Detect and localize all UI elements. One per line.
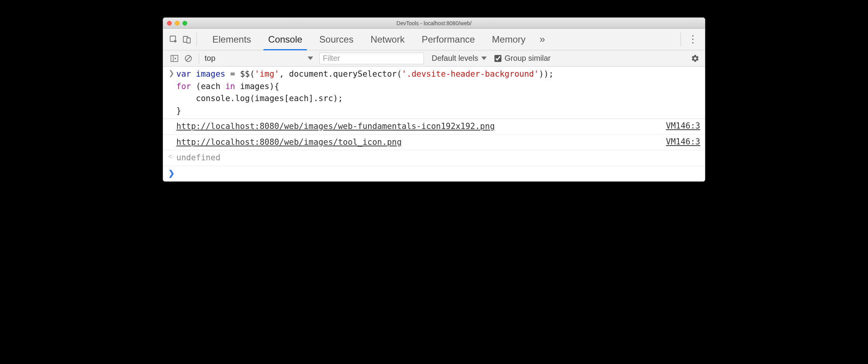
console-output: ❯ var images = $$('img', document.queryS…	[163, 67, 705, 181]
log-levels-selector[interactable]: Default levels	[432, 54, 487, 63]
tab-console[interactable]: Console	[260, 29, 311, 50]
main-tab-strip: Elements Console Sources Network Perform…	[163, 29, 705, 50]
console-input-echo: ❯ var images = $$('img', document.queryS…	[163, 67, 705, 119]
source-location-link[interactable]: VM146:3	[666, 136, 700, 146]
group-similar-checkbox[interactable]	[494, 55, 501, 62]
settings-menu-button[interactable]: ⋮	[683, 33, 703, 45]
devtools-window: DevTools - localhost:8080/web/ Elements …	[163, 17, 705, 182]
tab-network[interactable]: Network	[362, 29, 413, 50]
group-similar-toggle[interactable]: Group similar	[494, 54, 551, 63]
more-tabs-button[interactable]: »	[534, 33, 550, 45]
group-similar-label: Group similar	[505, 54, 551, 63]
logged-url-link[interactable]: http://localhost:8080/web/images/tool_ic…	[176, 137, 402, 147]
input-marker-icon: ❯	[166, 68, 176, 77]
result-value: undefined	[176, 152, 700, 164]
result-marker-icon: <·	[166, 152, 176, 161]
context-label: top	[205, 54, 215, 63]
inspect-element-icon[interactable]	[168, 34, 179, 45]
console-settings-icon[interactable]	[691, 53, 703, 64]
tab-sources[interactable]: Sources	[311, 29, 362, 50]
console-prompt-row[interactable]: ❯	[163, 166, 705, 182]
inspect-tools	[165, 33, 197, 46]
console-result-row: <· undefined	[163, 150, 705, 166]
console-input[interactable]	[176, 168, 700, 180]
code-block[interactable]: var images = $$('img', document.querySel…	[176, 68, 700, 117]
levels-label: Default levels	[432, 54, 478, 63]
device-toggle-icon[interactable]	[181, 34, 193, 45]
prompt-icon: ❯	[166, 168, 176, 178]
traffic-lights	[163, 21, 187, 26]
dropdown-icon	[481, 57, 487, 60]
close-window-button[interactable]	[167, 21, 172, 26]
filter-input[interactable]	[319, 53, 424, 64]
window-titlebar: DevTools - localhost:8080/web/	[163, 18, 705, 29]
console-log-row: http://localhost:8080/web/images/web-fun…	[163, 119, 705, 135]
console-log-row: http://localhost:8080/web/images/tool_ic…	[163, 135, 705, 151]
console-toolbar: top Default levels Group similar	[163, 50, 705, 67]
clear-console-icon[interactable]	[183, 53, 194, 64]
tab-memory[interactable]: Memory	[484, 29, 534, 50]
svg-rect-2	[187, 38, 190, 43]
svg-rect-3	[171, 55, 178, 62]
source-location-link[interactable]: VM146:3	[666, 120, 700, 130]
svg-line-6	[186, 56, 191, 60]
fullscreen-window-button[interactable]	[183, 21, 187, 26]
toggle-sidebar-icon[interactable]	[169, 53, 180, 64]
tab-elements[interactable]: Elements	[204, 29, 260, 50]
minimize-window-button[interactable]	[175, 21, 179, 26]
tab-performance[interactable]: Performance	[413, 29, 483, 50]
logged-url-link[interactable]: http://localhost:8080/web/images/web-fun…	[176, 122, 495, 131]
window-title: DevTools - localhost:8080/web/	[163, 20, 705, 26]
panel-tabs: Elements Console Sources Network Perform…	[197, 29, 551, 50]
execution-context-selector[interactable]: top	[201, 53, 317, 64]
dropdown-icon	[308, 57, 313, 60]
